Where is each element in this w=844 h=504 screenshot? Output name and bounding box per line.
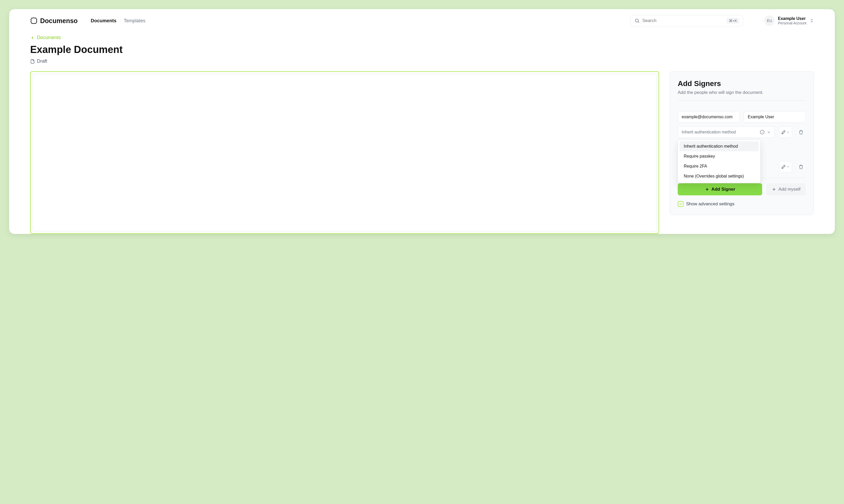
main-layout: Add Signers Add the people who will sign… — [30, 71, 814, 234]
auth-option-inherit[interactable]: Inherit authentication method — [680, 141, 759, 151]
trash-icon — [798, 164, 803, 169]
search-box[interactable]: ⌘+K — [630, 15, 743, 26]
plus-icon — [772, 187, 776, 192]
signer-row-1 — [678, 111, 806, 123]
user-info: Example User Personal Account — [778, 16, 807, 25]
auth-placeholder: Inherit authentication method — [682, 130, 736, 134]
check-icon — [679, 202, 682, 206]
avatar: EU — [764, 16, 775, 26]
info-icon — [760, 130, 765, 134]
advanced-settings-checkbox[interactable] — [678, 201, 683, 207]
user-name: Example User — [778, 16, 807, 21]
action-row: Add Signer Add myself — [678, 183, 806, 195]
advanced-settings-row[interactable]: Show advanced settings — [678, 201, 806, 207]
user-menu[interactable]: EU Example User Personal Account — [764, 16, 814, 26]
page-title: Example Document — [30, 44, 814, 55]
signer-email-input[interactable] — [678, 111, 740, 123]
delete-signer-button-2[interactable] — [796, 161, 806, 173]
auth-option-2fa[interactable]: Require 2FA — [680, 161, 759, 171]
plus-icon — [705, 187, 710, 192]
pen-icon — [781, 130, 786, 134]
signers-panel: Add Signers Add the people who will sign… — [669, 71, 814, 215]
add-signer-label: Add Signer — [712, 187, 735, 192]
panel-subtitle: Add the people who will sign the documen… — [678, 90, 806, 95]
auth-dropdown: Inherit authentication method Require pa… — [678, 140, 760, 183]
auth-option-none[interactable]: None (Overrides global settings) — [680, 171, 759, 181]
search-shortcut: ⌘+K — [726, 18, 740, 23]
add-myself-label: Add myself — [778, 187, 801, 192]
breadcrumb[interactable]: Documents — [30, 35, 814, 40]
chevron-down-icon — [787, 165, 790, 168]
add-signer-button[interactable]: Add Signer — [678, 183, 762, 195]
auth-method-select[interactable]: Inherit authentication method — [678, 126, 775, 138]
status-label: Draft — [37, 58, 47, 64]
auth-row-1: Inherit authentication method — [678, 126, 806, 138]
nav-documents[interactable]: Documents — [91, 18, 116, 23]
document-preview[interactable] — [30, 71, 659, 234]
add-myself-button[interactable]: Add myself — [766, 183, 806, 195]
file-icon — [30, 59, 35, 64]
panel-title: Add Signers — [678, 79, 806, 88]
chevrons-up-down-icon — [810, 19, 814, 23]
pen-icon — [781, 165, 786, 169]
header: Documenso Documents Templates ⌘+K EU Exa… — [9, 9, 835, 32]
search-input[interactable] — [642, 18, 724, 23]
chevron-down-icon — [787, 131, 790, 134]
chevron-left-icon — [30, 35, 35, 40]
content-area: Documents Example Document Draft Add Sig… — [9, 32, 835, 234]
search-icon — [634, 18, 640, 23]
nav-templates[interactable]: Templates — [124, 18, 145, 23]
chevron-down-icon — [767, 130, 771, 134]
trash-icon — [798, 130, 803, 134]
logo-icon — [30, 17, 37, 24]
app-window: Documenso Documents Templates ⌘+K EU Exa… — [9, 9, 835, 234]
signer-name-input[interactable] — [744, 111, 806, 123]
status-row: Draft — [30, 58, 814, 64]
edit-signer-button[interactable] — [779, 126, 792, 138]
brand-logo[interactable]: Documenso — [30, 17, 78, 25]
user-account: Personal Account — [778, 21, 807, 25]
svg-point-0 — [635, 19, 639, 22]
breadcrumb-label: Documents — [37, 35, 61, 40]
edit-signer-button-2[interactable] — [779, 161, 792, 173]
delete-signer-button[interactable] — [796, 126, 806, 138]
document-page — [33, 74, 657, 231]
brand-text: Documenso — [40, 17, 78, 25]
svg-line-1 — [638, 22, 639, 23]
advanced-settings-label: Show advanced settings — [686, 201, 734, 206]
auth-option-passkey[interactable]: Require passkey — [680, 151, 759, 161]
main-nav: Documents Templates — [91, 18, 145, 23]
